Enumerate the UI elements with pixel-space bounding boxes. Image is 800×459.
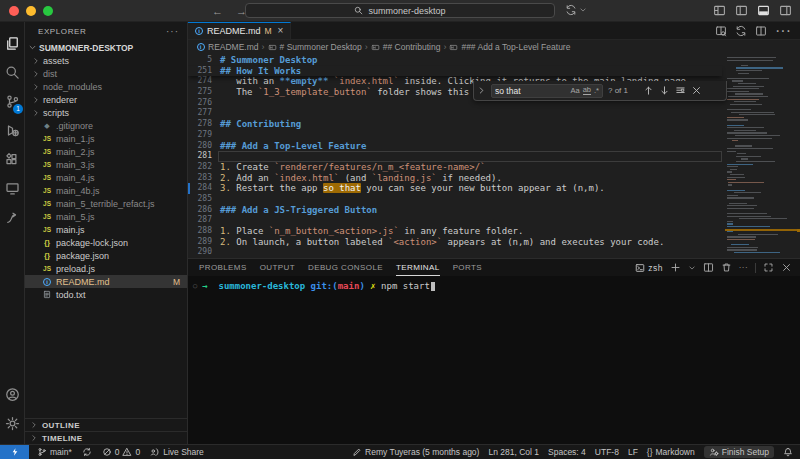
command-decoration-icon[interactable]: ○ — [193, 282, 197, 290]
tree-item--gitignore[interactable]: ◆.gitignore — [25, 119, 187, 132]
panel-tab-problems[interactable]: PROBLEMS — [199, 259, 247, 276]
explorer-more-actions-icon[interactable]: ··· — [166, 26, 179, 37]
editor-line-281[interactable]: 281 — [188, 151, 722, 162]
editor-line-289[interactable]: 2892. On launch, a button labeled `<acti… — [188, 237, 722, 248]
minimize-window-button[interactable] — [26, 6, 36, 16]
close-tab-icon[interactable]: × — [278, 26, 284, 36]
editor-line-282[interactable]: 2821. Create `renderer/features/n_m_<fea… — [188, 162, 722, 173]
explorer-view-icon[interactable] — [0, 29, 24, 58]
cursor-position-status[interactable]: Ln 281, Col 1 — [488, 447, 539, 457]
command-center[interactable]: summoner-desktop — [245, 3, 555, 18]
editor-line-279[interactable]: 279 — [188, 130, 722, 141]
remote-indicator[interactable] — [0, 445, 29, 459]
tree-item-assets[interactable]: assets — [25, 54, 187, 67]
maximize-panel-icon[interactable] — [763, 262, 774, 273]
panel-more-actions-icon[interactable]: ··· — [739, 263, 748, 272]
tree-item-dist[interactable]: dist — [25, 67, 187, 80]
tree-item-main-2-js[interactable]: JSmain_2.js — [25, 145, 187, 158]
indentation-status[interactable]: Spaces: 4 — [548, 447, 586, 457]
panel-tab-ports[interactable]: PORTS — [453, 259, 482, 276]
editor-more-actions-icon[interactable]: ··· — [775, 22, 791, 40]
terminal-instance[interactable]: zsh — [635, 263, 662, 273]
editor-line-5[interactable]: 5# Summoner Desktop — [188, 55, 722, 66]
tree-item-main-5-terrible-refact-js[interactable]: JSmain_5_terrible_refact.js — [25, 197, 187, 210]
tree-item-package-lock-json[interactable]: {}package-lock.json — [25, 236, 187, 249]
breadcrumb-crumb[interactable]: ## Contributing — [371, 42, 441, 52]
tree-item-main-5-js[interactable]: JSmain_5.js — [25, 210, 187, 223]
language-mode-status[interactable]: {} Markdown — [647, 447, 695, 457]
tree-item-package-json[interactable]: {}package.json — [25, 249, 187, 262]
toggle-panel-icon[interactable] — [757, 4, 770, 17]
git-blame-status[interactable]: Remy Tuyeras (5 months ago) — [352, 447, 479, 457]
close-panel-icon[interactable] — [781, 262, 792, 273]
panel-tab-output[interactable]: OUTPUT — [260, 259, 295, 276]
live-share-view-icon[interactable] — [0, 203, 24, 232]
customize-layout-icon[interactable] — [713, 4, 726, 17]
outline-section-header[interactable]: OUTLINE — [25, 418, 187, 431]
explorer-root-folder[interactable]: SUMMONER-DESKTOP — [25, 41, 187, 54]
terminal-area[interactable]: ○ → summoner-desktop git:(main) ✗ npm st… — [188, 276, 800, 444]
settings-gear-icon[interactable] — [5, 409, 20, 438]
zoom-window-button[interactable] — [43, 6, 53, 16]
panel-tab-terminal[interactable]: TERMINAL — [396, 259, 440, 276]
chevron-down-icon[interactable] — [579, 6, 587, 14]
tree-item-main-4-js[interactable]: JSmain_4.js — [25, 171, 187, 184]
timeline-section-header[interactable]: TIMELINE — [25, 431, 187, 444]
tab-readme[interactable]: i README.md M × — [188, 22, 291, 39]
tree-item-main-3-js[interactable]: JSmain_3.js — [25, 158, 187, 171]
panel-tab-debug-console[interactable]: DEBUG CONSOLE — [308, 259, 383, 276]
tree-item-main-4b-js[interactable]: JSmain_4b.js — [25, 184, 187, 197]
regex-icon[interactable]: .* — [594, 87, 599, 95]
tree-item-scripts[interactable]: scripts — [25, 106, 187, 119]
close-find-icon[interactable] — [691, 85, 702, 96]
tree-item-main-js[interactable]: JSmain.js — [25, 223, 187, 236]
editor-line-288[interactable]: 2881. Place `n_m_button_<action>.js` in … — [188, 226, 722, 237]
tree-item-main-1-js[interactable]: JSmain_1.js — [25, 132, 187, 145]
find-input[interactable]: so that Aa ab .* — [491, 84, 603, 98]
extensions-view-icon[interactable] — [0, 145, 24, 174]
branch-status[interactable]: main* — [37, 447, 72, 457]
editor-line-280[interactable]: 280### Add a Top-Level Feature — [188, 141, 722, 152]
editor-line-286[interactable]: 286### Add a JS-Triggered Button — [188, 205, 722, 216]
split-editor-icon[interactable] — [755, 25, 767, 37]
whole-word-icon[interactable]: ab — [583, 86, 591, 95]
tree-item-renderer[interactable]: renderer — [25, 93, 187, 106]
session-icon[interactable] — [565, 4, 577, 16]
next-match-icon[interactable] — [659, 85, 670, 96]
breadcrumb-crumb[interactable]: ### Add a Top-Level Feature — [449, 42, 570, 52]
editor-line-283[interactable]: 2832. Add an `index.html` (and `landing.… — [188, 173, 722, 184]
problems-status[interactable]: 0 0 — [102, 447, 140, 457]
toggle-replace-icon[interactable] — [477, 86, 486, 95]
previous-match-icon[interactable] — [643, 85, 654, 96]
match-case-icon[interactable]: Aa — [570, 87, 579, 95]
editor-line-277[interactable]: 277 — [188, 108, 722, 119]
editor-line-287[interactable]: 287 — [188, 215, 722, 226]
encoding-status[interactable]: UTF-8 — [595, 447, 619, 457]
close-window-button[interactable] — [9, 6, 19, 16]
live-share-status[interactable]: Live Share — [150, 447, 204, 457]
tree-item-todo-txt[interactable]: todo.txt — [25, 288, 187, 301]
remote-explorer-view-icon[interactable] — [0, 174, 24, 203]
breadcrumb-crumb[interactable]: # Summoner Desktop — [268, 42, 362, 52]
editor-line-284[interactable]: 2843. Restart the app so that you can se… — [188, 183, 722, 194]
notifications-bell-icon[interactable] — [783, 447, 793, 457]
find-in-selection-icon[interactable] — [675, 85, 686, 96]
minimap[interactable] — [725, 54, 797, 258]
eol-status[interactable]: LF — [628, 447, 638, 457]
back-arrow-icon[interactable]: ← — [212, 4, 223, 18]
breadcrumb-file[interactable]: iREADME.md — [196, 42, 259, 52]
search-view-icon[interactable] — [0, 58, 24, 87]
editor-line-278[interactable]: 278## Contributing — [188, 119, 722, 130]
terminal-dropdown-icon[interactable] — [688, 264, 696, 272]
open-preview-icon[interactable] — [715, 25, 727, 37]
run-debug-view-icon[interactable] — [0, 116, 24, 145]
editor-line-290[interactable]: 290 — [188, 247, 722, 258]
sync-status[interactable] — [82, 447, 92, 457]
toggle-secondary-sidebar-icon[interactable] — [779, 4, 792, 17]
editor-line-285[interactable]: 285 — [188, 194, 722, 205]
new-terminal-icon[interactable] — [670, 262, 681, 273]
accounts-icon[interactable] — [5, 380, 20, 409]
editor-line-251[interactable]: 251## How It Works — [188, 66, 722, 77]
kill-terminal-icon[interactable] — [721, 262, 732, 273]
open-changes-icon[interactable] — [735, 25, 747, 37]
